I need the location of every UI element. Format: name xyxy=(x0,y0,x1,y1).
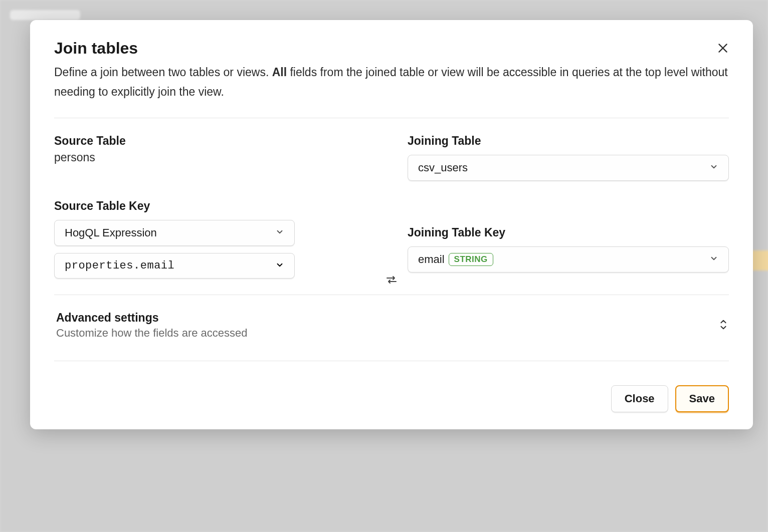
source-table-value: persons xyxy=(54,151,375,164)
source-table-label: Source Table xyxy=(54,134,375,148)
subtitle-pre: Define a join between two tables or view… xyxy=(54,66,272,79)
advanced-settings-toggle[interactable]: Advanced settings Customize how the fiel… xyxy=(30,304,753,352)
divider xyxy=(54,295,729,295)
joining-key-select[interactable]: email STRING xyxy=(408,246,729,273)
modal-header: Join tables Define a join between two ta… xyxy=(30,20,753,109)
modal-title: Join tables xyxy=(54,39,729,58)
advanced-subtitle: Customize how the fields are accessed xyxy=(56,327,248,340)
source-key-expression-value: properties.email xyxy=(65,259,174,272)
divider xyxy=(54,361,729,361)
modal-subtitle: Define a join between two tables or view… xyxy=(54,63,729,102)
chevron-down-icon xyxy=(275,226,284,239)
joining-table-label: Joining Table xyxy=(408,134,729,148)
divider xyxy=(54,118,729,118)
close-button[interactable]: Close xyxy=(611,385,668,412)
joining-column: Joining Table csv_users Joining Table Ke… xyxy=(408,134,729,273)
join-tables-modal: Join tables Define a join between two ta… xyxy=(30,20,753,429)
joining-table-value: csv_users xyxy=(418,161,468,174)
source-key-label: Source Table Key xyxy=(54,199,375,213)
expand-collapse-icon xyxy=(718,318,729,333)
type-badge-string: STRING xyxy=(449,253,493,266)
close-icon xyxy=(716,42,729,55)
modal-footer: Close Save xyxy=(30,370,753,429)
modal-body: Source Table persons Source Table Key Ho… xyxy=(30,127,753,285)
subtitle-bold: All xyxy=(272,66,287,79)
source-key-type-select[interactable]: HogQL Expression xyxy=(54,220,295,246)
swap-arrows-icon xyxy=(386,275,398,285)
source-column: Source Table persons Source Table Key Ho… xyxy=(54,134,375,279)
close-icon-button[interactable] xyxy=(715,40,731,56)
joining-table-select[interactable]: csv_users xyxy=(408,155,729,181)
chevron-down-icon xyxy=(709,253,718,266)
advanced-title: Advanced settings xyxy=(56,311,248,325)
swap-column xyxy=(386,134,398,285)
joining-key-label: Joining Table Key xyxy=(408,226,729,239)
chevron-down-icon xyxy=(275,260,284,272)
save-button[interactable]: Save xyxy=(675,385,729,412)
source-key-type-value: HogQL Expression xyxy=(65,226,157,239)
chevron-down-icon xyxy=(709,161,718,174)
joining-key-field-value: email xyxy=(418,253,445,266)
source-key-expression-select[interactable]: properties.email xyxy=(54,253,295,279)
